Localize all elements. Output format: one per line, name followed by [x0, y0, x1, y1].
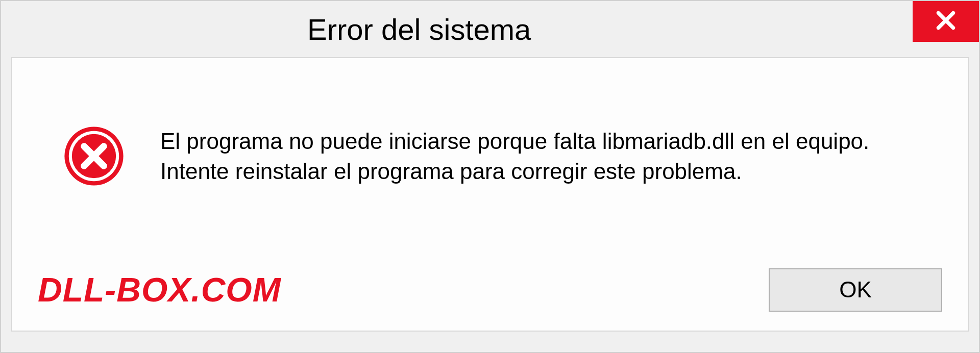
content-frame: El programa no puede iniciarse porque fa… — [11, 57, 969, 332]
bottom-bar: DLL-BOX.COM OK — [12, 254, 968, 331]
error-dialog: Error del sistema El programa n — [0, 0, 980, 353]
error-message: El programa no puede iniciarse porque fa… — [160, 126, 927, 187]
watermark-text: DLL-BOX.COM — [38, 270, 281, 309]
close-icon — [933, 8, 959, 35]
message-area: El programa no puede iniciarse porque fa… — [12, 58, 968, 254]
titlebar: Error del sistema — [1, 1, 979, 57]
ok-button[interactable]: OK — [769, 268, 942, 312]
error-icon — [63, 125, 125, 187]
dialog-title: Error del sistema — [1, 12, 913, 46]
close-button[interactable] — [913, 1, 979, 42]
